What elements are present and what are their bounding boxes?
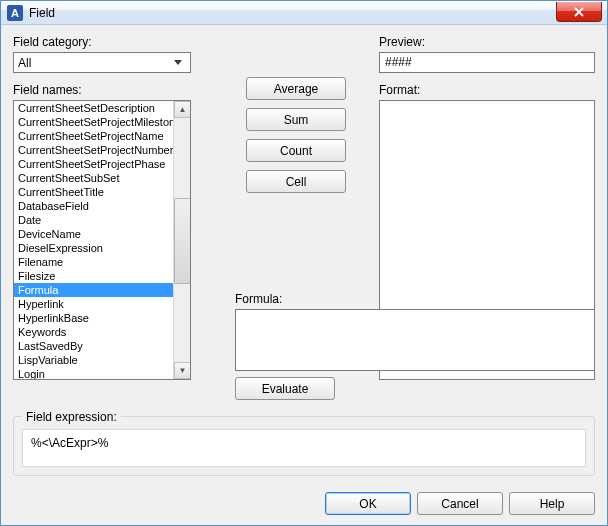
preview-label: Preview: (379, 35, 595, 49)
list-item[interactable]: LastSavedBy (14, 339, 174, 353)
field-names-listbox[interactable]: CurrentSheetSetDescriptionCurrentSheetSe… (13, 100, 191, 380)
field-category-label: Field category: (13, 35, 213, 49)
list-item[interactable]: Formula (14, 283, 174, 297)
listbox-scrollbar[interactable]: ▲ ▼ (173, 101, 190, 379)
scroll-thumb[interactable] (174, 198, 191, 284)
title-bar: A Field (1, 1, 607, 25)
list-item[interactable]: Hyperlink (14, 297, 174, 311)
list-item[interactable]: Login (14, 367, 174, 379)
formula-input[interactable] (235, 309, 595, 371)
list-item[interactable]: HyperlinkBase (14, 311, 174, 325)
list-item[interactable]: CurrentSheetSetDescription (14, 101, 174, 115)
close-button[interactable] (556, 2, 602, 22)
list-item[interactable]: DieselExpression (14, 241, 174, 255)
field-expression-group: Field expression: %<\AcExpr>% (13, 416, 595, 476)
ok-button[interactable]: OK (325, 492, 411, 515)
count-button[interactable]: Count (246, 139, 346, 162)
list-item[interactable]: Keywords (14, 325, 174, 339)
field-expression-label: Field expression: (22, 410, 121, 424)
format-label: Format: (379, 83, 595, 97)
evaluate-button[interactable]: Evaluate (235, 377, 335, 400)
list-item[interactable]: Filesize (14, 269, 174, 283)
list-item[interactable]: LispVariable (14, 353, 174, 367)
list-item[interactable]: Date (14, 213, 174, 227)
average-button[interactable]: Average (246, 77, 346, 100)
window-title: Field (29, 6, 55, 20)
help-button[interactable]: Help (509, 492, 595, 515)
dialog-footer: OK Cancel Help (1, 484, 607, 525)
preview-field: #### (379, 52, 595, 73)
list-item[interactable]: DeviceName (14, 227, 174, 241)
dialog-body: Field category: All Field names: Current… (1, 25, 607, 484)
list-item[interactable]: CurrentSheetSubSet (14, 171, 174, 185)
scroll-down-button[interactable]: ▼ (174, 362, 191, 379)
field-expression-value: %<\AcExpr>% (22, 429, 586, 467)
app-icon: A (7, 5, 23, 21)
list-item[interactable]: CurrentSheetSetProjectPhase (14, 157, 174, 171)
field-dialog: A Field Field category: All Field names: (0, 0, 608, 526)
list-item[interactable]: DatabaseField (14, 199, 174, 213)
field-names-label: Field names: (13, 83, 213, 97)
close-icon (574, 7, 584, 17)
list-item[interactable]: CurrentSheetTitle (14, 185, 174, 199)
field-category-combo[interactable]: All (13, 52, 191, 73)
formula-label: Formula: (235, 292, 595, 306)
cell-button[interactable]: Cell (246, 170, 346, 193)
sum-button[interactable]: Sum (246, 108, 346, 131)
chevron-down-icon (170, 55, 186, 71)
cancel-button[interactable]: Cancel (417, 492, 503, 515)
list-item[interactable]: CurrentSheetSetProjectName (14, 129, 174, 143)
field-category-value: All (18, 56, 31, 70)
list-item[interactable]: Filename (14, 255, 174, 269)
list-item[interactable]: CurrentSheetSetProjectMilestone (14, 115, 174, 129)
scroll-up-button[interactable]: ▲ (174, 101, 191, 118)
list-item[interactable]: CurrentSheetSetProjectNumber (14, 143, 174, 157)
